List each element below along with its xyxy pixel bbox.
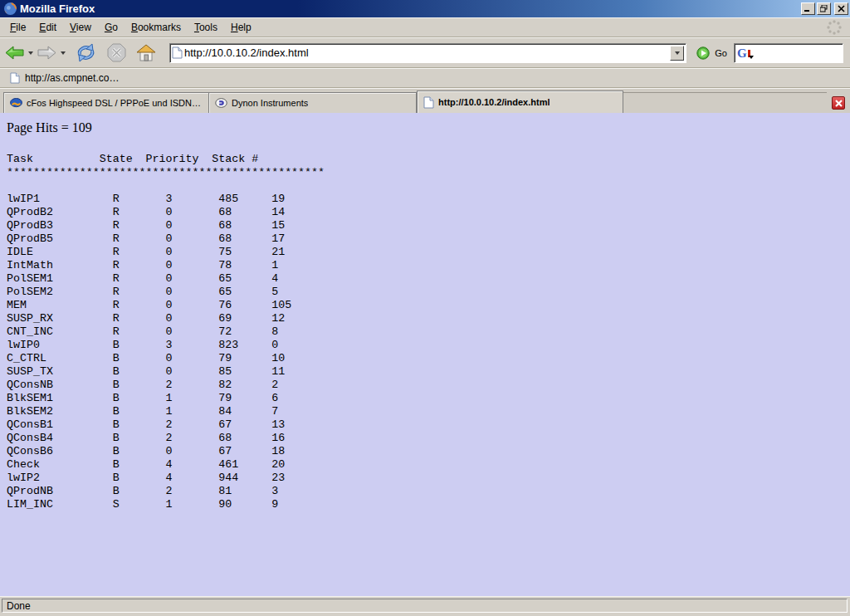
tab-active-index[interactable]: http://10.0.10.2/index.html [417,90,623,113]
reload-button[interactable] [75,43,97,62]
close-button[interactable] [834,2,848,15]
bookmark-page-icon [10,72,20,84]
url-input[interactable] [183,46,670,61]
page-favicon [172,46,183,59]
go-icon [696,46,710,60]
tab-cfos[interactable]: cFos Highspeed DSL / PPPoE und ISDN CAP.… [3,92,209,113]
status-bar: Done [0,596,850,616]
cfos-icon [10,98,22,109]
browser-window: Mozilla Firefox File Edit View Go Bookma… [0,0,850,616]
search-box: G [734,43,843,63]
home-icon [136,44,156,61]
dynon-icon [215,98,227,108]
urlbar [169,43,686,63]
window-title: Mozilla Firefox [20,2,799,15]
status-text: Done [7,600,31,612]
go-button[interactable]: Go [696,46,727,60]
page-content: Page Hits = 109 Task State Priority Stac… [0,113,850,596]
forward-arrow-icon [37,46,56,60]
menu-go[interactable]: Go [98,19,125,36]
home-button[interactable] [136,44,156,61]
url-dropdown-button[interactable] [670,46,684,61]
page-hits-text: Page Hits = 109 [7,120,843,135]
task-listing: Task State Priority Stack # ************… [7,153,843,511]
navigation-toolbar: Go G [0,37,850,68]
bookmarks-toolbar: http://as.cmpnet.co… [0,68,850,88]
close-tab-button[interactable] [832,96,845,110]
tab-label: Dynon Instruments [232,98,308,108]
menu-view[interactable]: View [63,19,98,36]
back-dropdown-caret[interactable] [28,51,33,55]
forward-dropdown-caret[interactable] [61,51,66,55]
menu-edit[interactable]: Edit [32,19,63,36]
firefox-logo-icon [3,2,17,16]
menu-bookmarks[interactable]: Bookmarks [125,19,188,36]
titlebar: Mozilla Firefox [0,0,850,17]
tab-strip: cFos Highspeed DSL / PPPoE und ISDN CAP.… [0,88,850,113]
stop-button[interactable] [107,43,126,62]
search-input[interactable] [755,46,840,60]
bookmark-label: http://as.cmpnet.co… [25,72,119,84]
tab-strip-filler [623,92,827,113]
throbber-icon [825,18,843,37]
menu-tools[interactable]: Tools [188,19,224,36]
search-engine-caret[interactable] [749,56,754,59]
tab-label: cFos Highspeed DSL / PPPoE und ISDN CAP.… [27,98,203,108]
bookmark-item[interactable]: http://as.cmpnet.co… [7,71,122,86]
forward-button[interactable] [37,46,56,60]
restore-button[interactable] [817,2,831,15]
status-field: Done [2,599,848,613]
tab-dynon[interactable]: Dynon Instruments [209,92,417,113]
reload-icon [75,43,97,62]
close-tab-x-icon [835,100,843,107]
page-icon [423,96,434,109]
menu-help[interactable]: Help [224,19,258,36]
back-arrow-icon [5,46,24,60]
minimize-button[interactable] [801,2,815,15]
back-button[interactable] [5,46,24,60]
menu-file[interactable]: File [3,19,32,36]
tab-label: http://10.0.10.2/index.html [438,97,550,107]
go-label: Go [715,48,727,58]
menubar: File Edit View Go Bookmarks Tools Help [0,17,850,37]
stop-icon [107,43,126,62]
